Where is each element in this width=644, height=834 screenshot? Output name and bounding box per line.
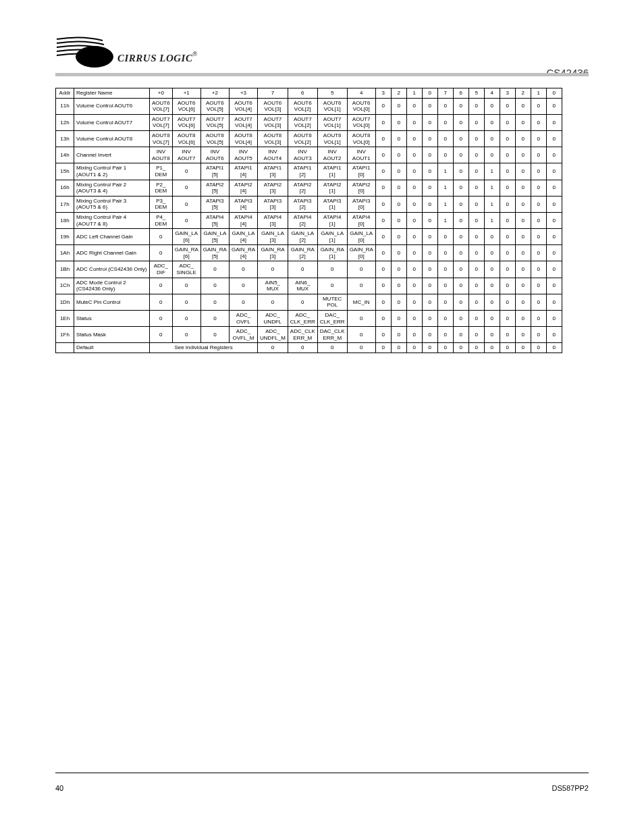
table-row: 13hVolume Control AOUT8AOUT8 VOL[7]AOUT8… (56, 130, 562, 147)
table-row: 14hChannel InvertINV AOUT8INV AOUT7INV A… (56, 147, 562, 163)
table-cell: 0 (531, 245, 546, 261)
table-cell: INV AOUT8 (150, 147, 173, 163)
col-header: 2 (515, 88, 531, 99)
table-cell: 0 (500, 294, 515, 310)
table-cell: 0 (406, 147, 422, 163)
table-cell: 0 (150, 327, 173, 343)
table-cell: 1 (437, 180, 453, 196)
table-cell (56, 343, 74, 353)
table-cell: 0 (422, 180, 437, 196)
table-cell: MUTEC POL (317, 294, 347, 310)
table-cell: 0 (437, 245, 453, 261)
table-cell: 0 (453, 114, 468, 130)
table-cell: 0 (500, 98, 515, 114)
table-cell: 0 (229, 294, 257, 310)
table-cell: 0 (422, 114, 437, 130)
table-cell: ADC_ OVFL (229, 311, 257, 327)
table-cell: ADC_ CLK_ERR (288, 311, 317, 327)
table-cell: 0 (546, 229, 562, 245)
table-cell: 17h (56, 196, 74, 212)
table-cell: 0 (375, 343, 391, 353)
table-cell: ATAPI2 [2] (288, 180, 317, 196)
table-cell: 0 (468, 261, 484, 278)
table-cell: 0 (531, 229, 546, 245)
table-cell: 0 (391, 212, 406, 228)
document-id: DS587PP2 (552, 785, 589, 792)
table-cell: 0 (437, 261, 453, 278)
table-cell: AOUT7 VOL[2] (288, 114, 317, 130)
table-cell: 1 (484, 163, 500, 180)
table-cell: 0 (453, 278, 468, 294)
table-cell: 0 (453, 147, 468, 163)
table-cell: 0 (500, 180, 515, 196)
table-cell: ATAPI4 [4] (229, 212, 257, 228)
table-cell: 0 (453, 245, 468, 261)
table-cell: AOUT7 VOL[4] (229, 114, 257, 130)
table-cell: 0 (317, 343, 347, 353)
table-cell: 0 (391, 229, 406, 245)
table-cell: 0 (406, 245, 422, 261)
table-cell: 0 (406, 229, 422, 245)
col-header: +2 (200, 88, 229, 99)
table-cell: 0 (515, 196, 531, 212)
table-cell: 0 (406, 130, 422, 147)
table-cell: 0 (375, 98, 391, 114)
table-cell: 0 (172, 278, 200, 294)
table-cell: Status (74, 311, 150, 327)
table-cell: 0 (500, 147, 515, 163)
col-header: 5 (468, 88, 484, 99)
table-cell: 0 (484, 114, 500, 130)
table-cell: 0 (484, 245, 500, 261)
table-cell: 0 (437, 114, 453, 130)
table-cell: Volume Control AOUT7 (74, 114, 150, 130)
table-cell: 0 (391, 163, 406, 180)
table-cell: 1Bh (56, 261, 74, 278)
table-cell: 0 (546, 98, 562, 114)
table-cell: ADC Mode Control 2 (CS42436 Only) (74, 278, 150, 294)
header-rule (55, 73, 589, 76)
table-cell: 0 (437, 343, 453, 353)
table-cell: 0 (375, 180, 391, 196)
table-cell: AOUT7 VOL[5] (200, 114, 229, 130)
table-cell: ATAPI4 [3] (258, 212, 288, 228)
table-cell: 0 (288, 343, 317, 353)
table-cell: 0 (453, 294, 468, 310)
table-cell: 0 (437, 229, 453, 245)
col-header: 0 (422, 88, 437, 99)
table-cell: 0 (546, 245, 562, 261)
table-cell: GAIN_RA [0] (347, 245, 375, 261)
table-cell: 0 (500, 229, 515, 245)
table-cell: 0 (546, 278, 562, 294)
table-cell: 0 (406, 196, 422, 212)
table-cell: 0 (531, 180, 546, 196)
table-cell: 0 (500, 163, 515, 180)
table-cell: 0 (172, 196, 200, 212)
table-cell: 0 (406, 343, 422, 353)
table-cell: 0 (500, 114, 515, 130)
table-row: 1DhMuteC Pin Control000000MUTEC POLMC_IN… (56, 294, 562, 310)
table-cell: GAIN_RA [3] (258, 245, 288, 261)
table-cell: 0 (406, 261, 422, 278)
table-cell: INV AOUT3 (288, 147, 317, 163)
table-cell: 0 (500, 343, 515, 353)
register-table: AddrRegister Name+0+1+2+3765432107654321… (55, 88, 562, 353)
table-cell: 0 (391, 261, 406, 278)
table-cell: 0 (375, 147, 391, 163)
table-cell: 0 (515, 278, 531, 294)
table-cell: 0 (172, 327, 200, 343)
table-cell: 0 (437, 311, 453, 327)
registered-mark: ® (192, 51, 197, 57)
table-cell: Mixing Control Pair 2 (AOUT3 & 4) (74, 180, 150, 196)
table-cell: 0 (422, 343, 437, 353)
table-cell: GAIN_RA [5] (200, 245, 229, 261)
table-cell: 0 (546, 311, 562, 327)
table-cell: 0 (406, 294, 422, 310)
table-cell: Status Mask (74, 327, 150, 343)
table-cell: 19h (56, 229, 74, 245)
table-cell: 0 (531, 163, 546, 180)
table-cell: 0 (288, 261, 317, 278)
table-cell: P1_ DEM (150, 163, 173, 180)
table-cell: 0 (391, 196, 406, 212)
table-cell: 0 (422, 212, 437, 228)
table-cell: 0 (347, 261, 375, 278)
